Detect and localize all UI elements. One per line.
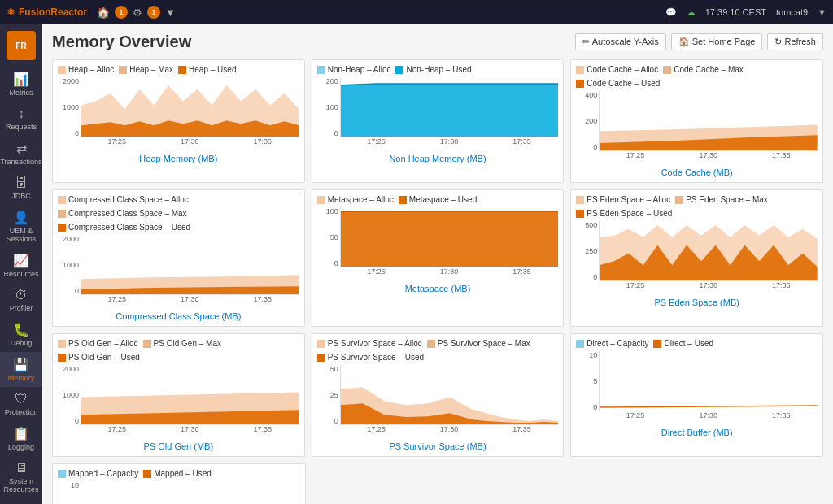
pssurvivor-title[interactable]: PS Survivor Space (MB) bbox=[317, 441, 559, 451]
legend-direct-used: Direct – Used bbox=[653, 339, 713, 348]
psoldgen-title[interactable]: PS Old Gen (MB) bbox=[58, 441, 299, 451]
chat-icon[interactable]: 💬 bbox=[665, 7, 677, 18]
server-chevron[interactable]: ▼ bbox=[818, 7, 826, 17]
uem-icon: 👤 bbox=[13, 210, 29, 225]
legend-ccs-alloc: Compressed Class Space – Alloc bbox=[58, 195, 189, 204]
direct-chart-area: 1050 17:2517:3017:35 bbox=[576, 351, 818, 424]
sidebar-item-debug[interactable]: 🐛 Debug bbox=[0, 317, 42, 352]
charts-grid: Heap – Alloc Heap – Max Heap – Used 2000… bbox=[52, 59, 823, 457]
legend-cc-max: Code Cache – Max bbox=[663, 65, 744, 74]
topbar: ⚛ FusionReactor 🏠 1 ⚙ 1 ▼ 💬 ☁ 17:39:10 C… bbox=[0, 0, 833, 24]
pseden-legend: PS Eden Space – Alloc PS Eden Space – Ma… bbox=[576, 195, 818, 218]
sidebar-item-logging[interactable]: 📋 Logging bbox=[0, 421, 42, 456]
autoscale-button[interactable]: ✏ Autoscale Y-Axis bbox=[575, 33, 665, 50]
server-name[interactable]: tomcat9 bbox=[776, 7, 808, 17]
heap-chart: Heap – Alloc Heap – Max Heap – Used 2000… bbox=[52, 59, 305, 183]
direct-chart-inner bbox=[599, 351, 818, 411]
profiler-icon: ⏱ bbox=[15, 288, 28, 302]
sidebar-item-profiler[interactable]: ⏱ Profiler bbox=[0, 283, 42, 317]
legend-meta-used: Metaspace – Used bbox=[399, 195, 477, 204]
compressed-chart: Compressed Class Space – Alloc Compresse… bbox=[52, 189, 305, 327]
legend-eden-alloc: PS Eden Space – Alloc bbox=[576, 195, 670, 204]
sidebar-label-memory: Memory bbox=[8, 374, 35, 382]
sidebar-item-requests[interactable]: ↕ Requests bbox=[0, 102, 42, 136]
direct-title[interactable]: Direct Buffer (MB) bbox=[576, 428, 818, 437]
direct-y-labels: 1050 bbox=[576, 351, 599, 411]
metaspace-title[interactable]: Metaspace (MB) bbox=[317, 284, 559, 293]
metaspace-chart-area: 100500 17:2517:3017:35 bbox=[317, 207, 559, 280]
compressed-legend: Compressed Class Space – Alloc Compresse… bbox=[58, 195, 299, 232]
sidebar-item-metrics[interactable]: 📊 Metrics bbox=[0, 67, 42, 102]
requests-icon: ↕ bbox=[18, 106, 24, 121]
codecache-legend: Code Cache – Alloc Code Cache – Max Code… bbox=[576, 65, 818, 88]
jdbc-icon: 🗄 bbox=[15, 176, 28, 190]
legend-eden-used: PS Eden Space – Used bbox=[576, 209, 672, 218]
cc-y-labels: 4002000 bbox=[576, 91, 599, 151]
compressed-title[interactable]: Compressed Class Space (MB) bbox=[58, 311, 299, 321]
heap-x-labels: 17:2517:3017:35 bbox=[81, 137, 299, 150]
legend-ccs-max: Compressed Class Space – Max bbox=[58, 209, 187, 218]
legend-ccs-used: Compressed Class Space – Used bbox=[58, 223, 190, 232]
direct-chart: Direct – Capacity Direct – Used 1050 1 bbox=[570, 333, 823, 457]
sidebar-item-jdbc[interactable]: 🗄 JDBC bbox=[0, 171, 42, 205]
nav-icon-3[interactable]: ▼ bbox=[165, 7, 176, 19]
logo: ⚛ FusionReactor bbox=[7, 7, 87, 18]
mapped-chart-inner bbox=[81, 481, 300, 504]
sidebar-logo: FR bbox=[7, 31, 36, 60]
sidebar-item-transactions[interactable]: ⇄ Transactions bbox=[0, 136, 42, 171]
nonheap-chart-inner bbox=[340, 77, 559, 137]
sidebar-label-metrics: Metrics bbox=[10, 89, 33, 97]
sidebar-label-debug: Debug bbox=[11, 339, 33, 347]
charts-bottom: Mapped – Capacity Mapped – Used 1050 1 bbox=[52, 457, 823, 504]
refresh-button[interactable]: ↻ Refresh bbox=[767, 33, 823, 50]
mapped-y-labels: 1050 bbox=[58, 481, 81, 504]
meta-chart-inner bbox=[340, 207, 559, 267]
cc-x-labels: 17:2517:3017:35 bbox=[599, 151, 818, 164]
direct-legend: Direct – Capacity Direct – Used bbox=[576, 339, 818, 348]
set-home-button[interactable]: 🏠 Set Home Page bbox=[671, 33, 763, 50]
mapped-legend: Mapped – Capacity Mapped – Used bbox=[58, 469, 300, 478]
nav-icon-1[interactable]: 🏠 bbox=[97, 7, 110, 19]
page-header: Memory Overview ✏ Autoscale Y-Axis 🏠 Set… bbox=[52, 33, 823, 51]
pssurvivor-chart-area: 50250 17:2517:3017:35 bbox=[317, 365, 559, 438]
sidebar-item-uem[interactable]: 👤 UEM & Sessions bbox=[0, 205, 42, 248]
heap-title[interactable]: Heap Memory (MB) bbox=[58, 154, 299, 163]
sidebar-item-resources[interactable]: 📈 Resources bbox=[0, 248, 42, 283]
badge-2: 1 bbox=[147, 6, 160, 19]
topbar-right: 💬 ☁ 17:39:10 CEST tomcat9 ▼ bbox=[665, 7, 826, 18]
sidebar-item-sysres[interactable]: 🖥 System Resources bbox=[0, 456, 42, 498]
surv-y-labels: 50250 bbox=[317, 365, 340, 425]
metaspace-legend: Metaspace – Alloc Metaspace – Used bbox=[317, 195, 559, 204]
legend-meta-alloc: Metaspace – Alloc bbox=[317, 195, 394, 204]
psoldgen-chart-area: 200010000 17:2517:3017:35 bbox=[58, 365, 299, 438]
main-content: Memory Overview ✏ Autoscale Y-Axis 🏠 Set… bbox=[42, 24, 833, 504]
nonheap-title[interactable]: Non Heap Memory (MB) bbox=[317, 154, 559, 163]
mapped-chart-area: 1050 17:2517:3017:35 bbox=[58, 481, 300, 504]
eden-chart-inner bbox=[599, 221, 818, 281]
legend-nonheap-alloc: Non-Heap – Alloc bbox=[317, 65, 391, 74]
legend-surv-max: PS Survivor Space – Max bbox=[427, 339, 530, 348]
sidebar-item-memory[interactable]: 💾 Memory bbox=[0, 352, 42, 387]
codecache-title[interactable]: Code Cache (MB) bbox=[576, 167, 818, 177]
resources-icon: 📈 bbox=[13, 253, 29, 268]
legend-eden-max: PS Eden Space – Max bbox=[675, 195, 768, 204]
sidebar-label-profiler: Profiler bbox=[10, 304, 33, 312]
legend-mapped-used: Mapped – Used bbox=[143, 469, 212, 478]
nav-icon-2[interactable]: ⚙ bbox=[133, 7, 142, 19]
sidebar-label-protection: Protection bbox=[5, 408, 38, 416]
protection-icon: 🛡 bbox=[15, 392, 28, 406]
mapped-chart: Mapped – Capacity Mapped – Used 1050 1 bbox=[52, 463, 306, 504]
sidebar: FR 📊 Metrics ↕ Requests ⇄ Transactions 🗄… bbox=[0, 24, 42, 504]
heap-chart-inner bbox=[81, 77, 299, 137]
debug-icon: 🐛 bbox=[13, 322, 29, 337]
meta-x-labels: 17:2517:3017:35 bbox=[340, 267, 559, 280]
cloud-icon[interactable]: ☁ bbox=[687, 7, 696, 18]
metaspace-chart: Metaspace – Alloc Metaspace – Used 10050… bbox=[312, 189, 565, 327]
sidebar-item-protection[interactable]: 🛡 Protection bbox=[0, 387, 42, 421]
pseden-chart: PS Eden Space – Alloc PS Eden Space – Ma… bbox=[570, 189, 823, 327]
pseden-title[interactable]: PS Eden Space (MB) bbox=[576, 298, 818, 307]
codecache-chart-area: 4002000 17:2517:3017:35 bbox=[576, 91, 818, 164]
compressed-chart-area: 200010000 17:2517:3017:35 bbox=[58, 235, 299, 308]
legend-mapped-cap: Mapped – Capacity bbox=[58, 469, 138, 478]
ccs-chart-inner bbox=[81, 235, 299, 295]
